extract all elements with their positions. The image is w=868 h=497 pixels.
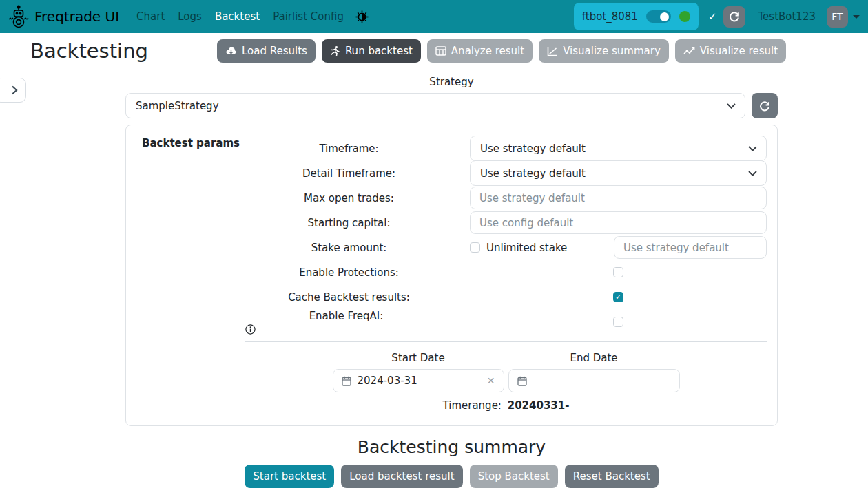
page-title: Backtesting [30,39,148,63]
chevron-down-icon [853,15,860,19]
summary-buttons: Start backtest Load backtest result Stop… [125,465,778,488]
end-date-input[interactable] [508,369,680,392]
chevron-down-icon [727,103,736,109]
graph-icon [683,46,695,56]
form-divider [245,341,767,342]
nav-item-pairlist-config[interactable]: Pairlist Config [273,10,344,23]
stake-amount-input[interactable] [614,236,767,259]
cache-backtest-results-row: Cache Backtest results: [245,286,767,308]
chevron-down-icon [748,146,757,151]
start-date-value: 2024-03-31 [358,374,481,387]
analyze-result-button[interactable]: Analyze result [427,39,533,63]
bot-online-toggle[interactable] [646,10,671,23]
chart-line-icon [547,46,558,56]
clear-icon[interactable]: ✕ [487,375,495,386]
top-navbar: Freqtrade UI Chart Logs Backtest Pairlis… [0,0,868,33]
backtest-toolbar: Load Results Run backtest [217,39,786,63]
start-date-label: Start Date [333,352,504,367]
start-date-input[interactable]: 2024-03-31 ✕ [333,369,504,392]
page-header: Backtesting Load Results [0,39,868,63]
enable-protections-checkbox[interactable] [613,267,623,277]
info-icon[interactable] [245,324,453,335]
timeframe-select[interactable]: Use strategy default [470,136,767,161]
main-nav: Chart Logs Backtest Pairlist Config [136,10,344,23]
cloud-download-icon [225,46,237,56]
end-date-col: End Date [508,352,680,392]
calendar-icon [342,376,351,386]
unlimited-stake-label: Unlimited stake [486,242,567,254]
chevron-down-icon [748,171,757,176]
starting-capital-row: Starting capital: [245,211,767,234]
user-menu[interactable]: FT [827,6,860,28]
params-title: Backtest params [142,137,240,149]
strategy-select[interactable]: SampleStrategy [125,93,745,118]
brand[interactable]: Freqtrade UI [8,5,119,28]
nav-item-backtest[interactable]: Backtest [215,10,260,23]
load-backtest-result-button[interactable]: Load backtest result [341,465,462,488]
timerange-label: Timerange: [443,399,502,412]
nav-item-chart[interactable]: Chart [136,10,165,23]
runner-icon [330,45,340,56]
run-backtest-button[interactable]: Run backtest [322,39,421,63]
bot-name: ftbot_8081 [582,10,638,23]
max-open-trades-input[interactable] [470,187,767,209]
start-date-col: Start Date 2024-03-31 ✕ [333,352,504,392]
calendar-icon [517,376,527,386]
enable-freqai-checkbox[interactable] [613,317,623,327]
unlimited-stake-checkbox[interactable] [470,242,480,253]
reset-backtest-button[interactable]: Reset Backtest [565,465,659,488]
stop-backtest-button[interactable]: Stop Backtest [470,465,558,488]
bot-selector-badge[interactable]: ftbot_8081 [574,3,699,30]
backtest-content: Strategy SampleStrategy Backtest params … [125,76,778,488]
params-form: Timeframe: Use strategy default Detail T… [245,137,767,412]
stake-amount-row: Stake amount: Unlimited stake [245,236,767,259]
username-label: TestBot123 [758,10,816,23]
theme-toggle-icon[interactable] [355,10,369,23]
nav-item-logs[interactable]: Logs [178,10,202,23]
strategy-row: SampleStrategy [125,93,778,118]
sidebar-expand-button[interactable] [0,78,26,103]
start-backtest-button[interactable]: Start backtest [245,465,334,488]
starting-capital-input[interactable] [470,211,767,234]
visualize-summary-button[interactable]: Visualize summary [539,39,669,63]
detail-timeframe-row: Detail Timeframe: Use strategy default [245,162,767,184]
reload-strategies-button[interactable] [752,93,778,118]
timeframe-row: Timeframe: Use strategy default [245,137,767,160]
enable-protections-row: Enable Protections: [245,261,767,284]
timerange-line: Timerange: 20240331- [245,399,767,412]
bot-status-dot [679,11,690,22]
check-icon: ✓ [708,10,717,23]
chevron-right-icon [11,85,18,95]
refresh-bot-button[interactable] [723,6,745,28]
detail-timeframe-select[interactable]: Use strategy default [470,160,767,186]
table-icon [435,46,446,56]
app-title: Freqtrade UI [34,8,119,25]
max-open-trades-row: Max open trades: [245,187,767,209]
backtest-params-card: Backtest params Timeframe: Use strategy … [125,125,778,426]
cache-backtest-results-checkbox[interactable] [613,292,623,302]
summary-title: Backtesting summary [125,437,778,457]
robot-logo-icon [8,5,29,28]
avatar[interactable]: FT [827,6,848,28]
strategy-label: Strategy [125,76,778,91]
visualize-result-button[interactable]: Visualize result [675,39,786,63]
enable-freqai-row: Enable FreqAI: [245,310,767,333]
load-results-button[interactable]: Load Results [217,39,316,63]
end-date-label: End Date [508,352,680,367]
timerange-value: 20240331- [508,399,570,412]
dates-row: Start Date 2024-03-31 ✕ [245,352,767,392]
